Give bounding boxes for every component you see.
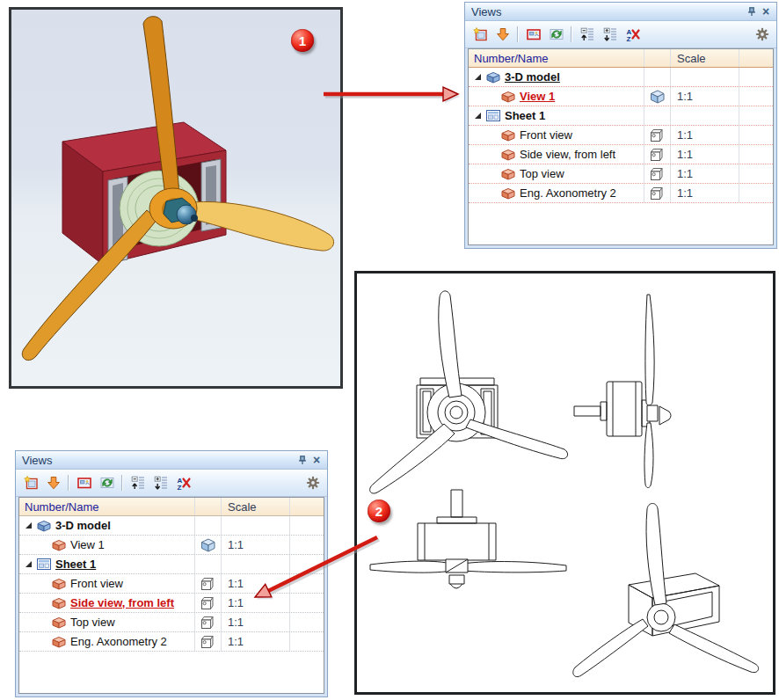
row-label[interactable]: Side view, from left [520, 146, 615, 164]
model-3d-viewport[interactable] [9, 7, 343, 389]
view-cube-icon [52, 616, 66, 629]
row-label[interactable]: View 1 [520, 88, 555, 106]
callout-badge-2: 2 [368, 499, 390, 522]
expand-triangle-icon[interactable] [25, 521, 33, 529]
column-header-name[interactable]: Number/Name [469, 49, 644, 67]
arrow-to-view1 [324, 87, 458, 101]
toolbar-separator [68, 475, 69, 491]
projection-cube-icon [200, 596, 215, 610]
panel-title: Views [22, 454, 295, 467]
update-views-button[interactable] [546, 25, 566, 45]
insert-view-button[interactable] [492, 25, 513, 45]
tree-row-view1[interactable]: View 1 1:1 [19, 536, 324, 555]
scale-value: 1:1 [222, 594, 290, 612]
tree-row-model[interactable]: 3-D model [469, 68, 773, 87]
row-label[interactable]: 3-D model [505, 69, 560, 86]
cube-3d-icon [650, 90, 665, 104]
view-parameters-button[interactable] [523, 25, 543, 45]
tree-row-model[interactable]: 3-D model [19, 516, 324, 536]
row-label[interactable]: Sheet 1 [505, 107, 545, 125]
tree-row-front-view[interactable]: Front view 1:1 [469, 126, 773, 145]
row-label[interactable]: View 1 [70, 536, 105, 554]
front-view-drawing [370, 291, 568, 493]
expand-triangle-icon[interactable] [25, 560, 33, 568]
view-cube-icon [501, 129, 515, 142]
axonometry-view-drawing [573, 503, 759, 676]
column-header-scale[interactable]: Scale [222, 498, 290, 515]
projection-cube-icon [200, 635, 215, 649]
model-3d-cube-icon [486, 71, 500, 84]
tree-row-front-view[interactable]: Front view 1:1 [19, 574, 324, 594]
tree-row-axonometry[interactable]: Eng. Axonometry 2 1:1 [19, 632, 324, 652]
cancel-sort-button[interactable] [622, 25, 643, 45]
expand-triangle-icon[interactable] [474, 112, 482, 120]
tree-row-top-view[interactable]: Top view 1:1 [19, 613, 324, 632]
tree-row-top-view[interactable]: Top view 1:1 [469, 164, 773, 184]
row-label[interactable]: 3-D model [55, 517, 111, 535]
tree-header: Number/Name Scale [469, 49, 773, 68]
row-label[interactable]: Sheet 1 [55, 556, 96, 573]
view-parameters-button[interactable] [74, 473, 94, 493]
view-cube-icon [501, 187, 515, 200]
create-view-button[interactable] [20, 473, 40, 493]
top-view-drawing [370, 490, 566, 588]
move-down-button[interactable] [150, 473, 171, 493]
scale-value: 1:1 [671, 126, 739, 144]
view-cube-icon [501, 168, 515, 180]
move-down-button[interactable] [600, 25, 620, 45]
scale-value: 1:1 [222, 613, 290, 631]
column-header-scale[interactable]: Scale [671, 49, 739, 67]
pin-icon[interactable] [295, 453, 309, 467]
tree-row-side-view[interactable]: Side view, from left 1:1 [19, 594, 324, 613]
toolbar-separator [571, 26, 572, 42]
scale-value: 1:1 [222, 574, 290, 593]
row-label[interactable]: Top view [520, 165, 564, 183]
view-cube-icon [52, 597, 66, 609]
row-label[interactable]: Eng. Axonometry 2 [520, 185, 616, 202]
callout-badge-1: 1 [291, 29, 314, 52]
settings-gear-button[interactable] [752, 25, 772, 45]
tree-header: Number/Name Scale [19, 498, 324, 516]
scale-value: 1:1 [671, 145, 739, 164]
scale-value: 1:1 [671, 184, 739, 202]
pin-icon[interactable] [745, 4, 759, 18]
close-icon[interactable]: × [759, 4, 773, 18]
row-label[interactable]: Top view [70, 614, 115, 631]
scale-value: 1:1 [222, 632, 290, 651]
panel-toolbar [16, 470, 327, 497]
tree-row-sheet[interactable]: Sheet 1 [19, 555, 324, 574]
row-label[interactable]: Eng. Axonometry 2 [70, 633, 167, 651]
tree-row-view1[interactable]: View 1 1:1 [469, 87, 773, 106]
view-cube-icon [501, 91, 515, 103]
tree-row-axonometry[interactable]: Eng. Axonometry 2 1:1 [469, 184, 773, 203]
panel-titlebar[interactable]: Views × [16, 451, 327, 470]
drawing-sheet[interactable] [354, 271, 775, 695]
projection-cube-icon [650, 167, 665, 181]
column-header-name[interactable]: Number/Name [19, 498, 195, 515]
move-up-button[interactable] [577, 25, 597, 45]
panel-titlebar[interactable]: Views × [465, 3, 776, 21]
side-view-drawing [574, 295, 671, 488]
propeller-3d-render [11, 10, 340, 386]
projection-cube-icon [200, 616, 215, 630]
row-label[interactable]: Front view [70, 575, 123, 593]
expand-triangle-icon[interactable] [474, 73, 482, 81]
row-label[interactable]: Front view [520, 127, 572, 144]
row-label[interactable]: Side view, from left [70, 594, 174, 612]
tree-row-sheet[interactable]: Sheet 1 [469, 106, 773, 126]
sheet-icon [486, 110, 500, 121]
move-up-button[interactable] [127, 473, 148, 493]
scale-value: 1:1 [671, 87, 739, 106]
update-views-button[interactable] [97, 473, 117, 493]
view-cube-icon [52, 578, 66, 590]
insert-view-button[interactable] [43, 473, 63, 493]
views-tree: Number/Name Scale 3-D model View 1 1:1 S… [18, 497, 324, 694]
cube-3d-icon [200, 538, 215, 552]
settings-gear-button[interactable] [302, 473, 323, 493]
views-tree: Number/Name Scale 3-D model View 1 1:1 S… [468, 48, 774, 245]
close-icon[interactable]: × [309, 453, 324, 467]
sheet-views-drawing [357, 273, 773, 692]
create-view-button[interactable] [470, 25, 490, 45]
cancel-sort-button[interactable] [173, 473, 193, 493]
tree-row-side-view[interactable]: Side view, from left 1:1 [469, 145, 773, 164]
